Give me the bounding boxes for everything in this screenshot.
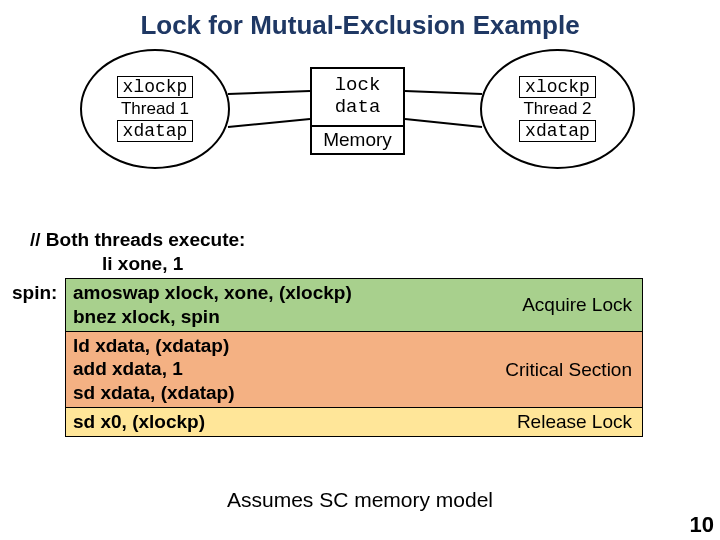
thread1-ellipse: xlockp Thread 1 xdatap (80, 49, 230, 169)
thread1-xlockp: xlockp (117, 76, 194, 99)
acquire-block: spin: amoswap xlock, xone, (xlockp) bnez… (66, 279, 642, 332)
diagram: xlockp Thread 1 xdatap lock data Memory … (50, 49, 670, 214)
code-comment: // Both threads execute: (30, 228, 690, 252)
svg-line-1 (228, 119, 310, 127)
memory-contents: lock data (312, 69, 403, 125)
thread1-label: Thread 1 (121, 99, 189, 119)
thread1-xdatap: xdatap (117, 120, 194, 143)
slide-title: Lock for Mutual-Exclusion Example (0, 0, 720, 49)
memory-label: Memory (312, 125, 403, 153)
release-block: sd x0, (xlockp) Release Lock (66, 408, 642, 436)
svg-line-2 (405, 91, 482, 94)
spin-label: spin: (12, 281, 57, 305)
thread2-xdatap: xdatap (519, 120, 596, 143)
footer-note: Assumes SC memory model (0, 488, 720, 512)
code-ld: ld xdata, (xdatap) (73, 334, 642, 358)
code-blocks: spin: amoswap xlock, xone, (xlockp) bnez… (65, 278, 643, 437)
memory-lock: lock (312, 75, 403, 97)
critical-block: ld xdata, (xdatap) add xdata, 1 sd xdata… (66, 332, 642, 408)
page-number: 10 (690, 512, 714, 538)
code-header: // Both threads execute: li xone, 1 (30, 228, 690, 276)
svg-line-3 (405, 119, 482, 127)
svg-line-0 (228, 91, 310, 94)
memory-data: data (312, 97, 403, 119)
critical-label: Critical Section (505, 358, 632, 382)
acquire-label: Acquire Lock (522, 293, 632, 317)
code-sd1: sd xdata, (xdatap) (73, 381, 642, 405)
memory-box: lock data Memory (310, 67, 405, 155)
thread2-ellipse: xlockp Thread 2 xdatap (480, 49, 635, 169)
code-li: li xone, 1 (30, 252, 690, 276)
thread2-xlockp: xlockp (519, 76, 596, 99)
release-label: Release Lock (517, 410, 632, 434)
thread2-label: Thread 2 (523, 99, 591, 119)
